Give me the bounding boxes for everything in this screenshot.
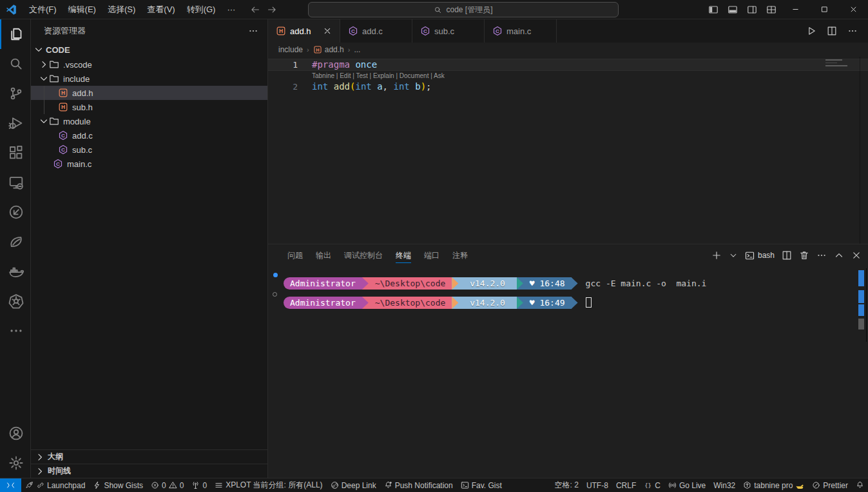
tree-item-add.c[interactable]: Cadd.c bbox=[31, 128, 267, 143]
panel-tab-输出[interactable]: 输出 bbox=[309, 244, 338, 266]
tab-sub.c[interactable]: Csub.c bbox=[412, 19, 485, 43]
outline-section[interactable]: 大纲 bbox=[31, 449, 267, 464]
menu-item-0[interactable]: 文件(F) bbox=[23, 3, 63, 17]
token: int bbox=[388, 81, 410, 92]
status-tabnine[interactable]: tabnine pro bbox=[739, 478, 808, 492]
status-platform[interactable]: Win32 bbox=[709, 478, 739, 492]
status-notifications[interactable] bbox=[852, 478, 868, 492]
maximize-panel-icon[interactable] bbox=[834, 250, 844, 261]
activity-live-share[interactable] bbox=[0, 197, 31, 227]
tree-item-module[interactable]: module bbox=[31, 114, 267, 128]
status-ports[interactable]: 0 bbox=[188, 478, 211, 492]
status-prettier[interactable]: Prettier bbox=[808, 478, 852, 492]
minimap[interactable] bbox=[825, 59, 858, 68]
sidebar-more-actions-icon[interactable] bbox=[248, 26, 258, 36]
panel-tab-问题[interactable]: 问题 bbox=[281, 244, 309, 266]
close-tab-icon[interactable] bbox=[323, 26, 332, 35]
status-go-live[interactable]: Go Live bbox=[664, 478, 709, 492]
kill-terminal-icon[interactable] bbox=[799, 250, 809, 261]
status-label: Fav. Gist bbox=[472, 481, 502, 490]
menu-item-4[interactable]: 转到(G) bbox=[181, 3, 222, 17]
activity-settings[interactable] bbox=[0, 448, 31, 478]
status-push-notification[interactable]: Push Notification bbox=[380, 478, 457, 492]
terminal-dropdown-icon[interactable] bbox=[729, 251, 738, 260]
status-language-mode[interactable]: {}C bbox=[640, 478, 664, 492]
status-show-gists[interactable]: Show Gists bbox=[89, 478, 147, 492]
menu-item-5[interactable]: ··· bbox=[221, 3, 241, 17]
split-terminal-icon[interactable] bbox=[782, 250, 792, 261]
toggle-panel-icon[interactable] bbox=[723, 0, 742, 19]
activity-leaf-extension[interactable] bbox=[0, 227, 31, 257]
status-eol[interactable]: CRLF bbox=[612, 478, 640, 492]
workbench: 资源管理器 CODE .vscodeincludeHadd.hHsub.hmod… bbox=[0, 19, 868, 478]
panel-tab-终端[interactable]: 终端 bbox=[389, 244, 418, 266]
new-terminal-icon[interactable] bbox=[711, 250, 722, 261]
tree-item-include[interactable]: include bbox=[31, 72, 267, 86]
tab-add.h[interactable]: Hadd.h bbox=[268, 19, 340, 43]
panel-tab-注释[interactable]: 注释 bbox=[446, 244, 474, 266]
panel-tab-调试控制台[interactable]: 调试控制台 bbox=[338, 244, 389, 266]
powerline-arrow-icon bbox=[517, 277, 523, 290]
activity-accounts[interactable] bbox=[0, 418, 31, 448]
status-xplot-group[interactable]: XPLOT 当前分组: 所有(ALL) bbox=[211, 478, 326, 492]
tab-main.c[interactable]: Cmain.c bbox=[485, 19, 557, 43]
workspace-section[interactable]: CODE bbox=[31, 42, 267, 57]
toggle-sidebar-icon[interactable] bbox=[704, 0, 723, 19]
run-file-icon[interactable] bbox=[806, 26, 816, 36]
maximize-button[interactable] bbox=[810, 0, 839, 19]
activity-source-control[interactable] bbox=[0, 79, 31, 108]
tree-item-.vscode[interactable]: .vscode bbox=[31, 57, 267, 72]
terminal-command-decoration-current[interactable] bbox=[273, 292, 277, 297]
activity-explorer[interactable] bbox=[0, 19, 31, 49]
toggle-secondary-sidebar-icon[interactable] bbox=[742, 0, 762, 19]
code-editor[interactable]: 1#pragma onceTabnine | Edit | Test | Exp… bbox=[268, 57, 868, 244]
forward-icon[interactable] bbox=[267, 5, 277, 15]
menu-item-2[interactable]: 选择(S) bbox=[102, 3, 141, 17]
back-icon[interactable] bbox=[250, 5, 260, 15]
breadcrumb-item-include[interactable]: include bbox=[278, 45, 303, 54]
split-editor-icon[interactable] bbox=[827, 26, 837, 36]
status-problems[interactable]: 00 bbox=[147, 478, 188, 492]
activity-run-debug[interactable] bbox=[0, 108, 31, 138]
command-center-search[interactable]: code [管理员] bbox=[308, 2, 619, 17]
terminal-command-decoration-success[interactable] bbox=[273, 273, 278, 277]
activity-kubernetes[interactable] bbox=[0, 286, 31, 316]
tabnine-codelens[interactable]: Tabnine | Edit | Test | Explain | Docume… bbox=[312, 71, 868, 81]
editor-more-actions-icon[interactable] bbox=[847, 26, 858, 36]
menu-item-1[interactable]: 编辑(E) bbox=[63, 3, 102, 17]
activity-more-views[interactable] bbox=[0, 316, 31, 346]
activity-search[interactable] bbox=[0, 49, 31, 79]
panel-tab-端口[interactable]: 端口 bbox=[418, 244, 446, 266]
activity-extensions[interactable] bbox=[0, 138, 31, 168]
status-indentation[interactable]: 空格: 2 bbox=[551, 478, 583, 492]
panel-more-actions-icon[interactable] bbox=[816, 250, 827, 261]
close-window-button[interactable] bbox=[839, 0, 868, 19]
tree-item-add.h[interactable]: Hadd.h bbox=[31, 86, 267, 100]
status-remote[interactable] bbox=[0, 478, 21, 492]
terminal-view[interactable]: Administrator~\Desktop\code v14.2.0 ♥ 16… bbox=[268, 266, 868, 478]
svg-text:C: C bbox=[496, 28, 499, 34]
tab-add.c[interactable]: Cadd.c bbox=[340, 19, 412, 43]
token: add bbox=[328, 81, 350, 92]
menu-item-3[interactable]: 查看(V) bbox=[141, 3, 180, 17]
customize-layout-icon[interactable] bbox=[762, 0, 781, 19]
status-deep-link[interactable]: Deep Link bbox=[327, 478, 380, 492]
minimize-button[interactable] bbox=[781, 0, 810, 19]
powerline-arrow-icon bbox=[362, 277, 369, 290]
editor-scrollbar[interactable] bbox=[860, 57, 868, 244]
status-fav-gist[interactable]: Fav. Gist bbox=[457, 478, 506, 492]
close-panel-icon[interactable] bbox=[851, 250, 862, 261]
tree-item-main.c[interactable]: Cmain.c bbox=[31, 157, 267, 171]
status-launchpad[interactable]: Launchpad bbox=[21, 478, 89, 492]
tree-item-sub.h[interactable]: Hsub.h bbox=[31, 100, 267, 114]
error-icon bbox=[151, 481, 159, 489]
sidebar-header: 资源管理器 bbox=[31, 19, 267, 42]
terminal-list-item-bash[interactable]: bash bbox=[745, 251, 775, 261]
activity-remote-explorer[interactable] bbox=[0, 168, 31, 197]
breadcrumb-item-...[interactable]: ... bbox=[354, 45, 360, 54]
tree-item-sub.c[interactable]: Csub.c bbox=[31, 143, 267, 157]
activity-docker[interactable] bbox=[0, 257, 31, 286]
status-encoding[interactable]: UTF-8 bbox=[583, 478, 612, 492]
breadcrumb-item-add.h[interactable]: Hadd.h bbox=[313, 45, 344, 54]
timeline-section[interactable]: 时间线 bbox=[31, 464, 267, 478]
